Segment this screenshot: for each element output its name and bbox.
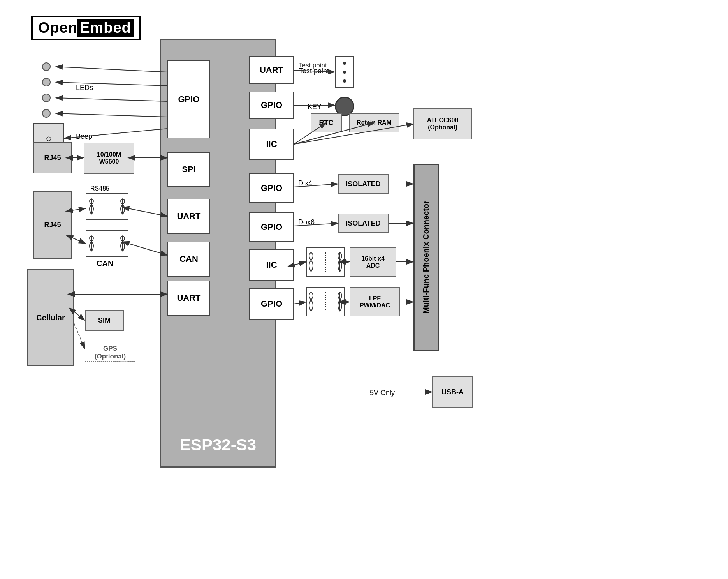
led-dot-4	[42, 109, 51, 118]
gpio-right1-block: GPIO	[249, 92, 294, 119]
sim-box: SIM	[85, 310, 124, 331]
uart-left-block: UART	[167, 199, 210, 234]
svg-line-22	[72, 208, 86, 210]
gps-optional-box: GPS(Optional)	[85, 344, 135, 362]
multiFunc-connector: Multi-Func Phoenix Connector	[413, 164, 439, 351]
rj45-top: RJ45	[33, 142, 72, 173]
led-dot-2	[42, 78, 51, 86]
rj45-bottom: RJ45	[33, 191, 72, 259]
lpf-box: LPFPWM/DAC	[350, 287, 400, 316]
test-point-box	[335, 56, 354, 88]
adc-box: 16bit x4ADC	[350, 247, 396, 277]
isolated2-box: ISOLATED	[338, 214, 389, 233]
svg-line-28	[74, 323, 85, 349]
svg-line-27	[74, 312, 85, 320]
can-block: CAN	[167, 242, 210, 277]
gpio-right3-block: GPIO	[249, 212, 294, 242]
gpio-right2-block: GPIO	[249, 173, 294, 203]
svg-line-17	[56, 98, 167, 101]
svg-line-15	[56, 67, 167, 72]
esp32-label: ESP32-S3	[180, 435, 256, 455]
rs485-label: RS485	[90, 185, 109, 192]
logo: OpenEmbed	[31, 16, 141, 40]
svg-line-18	[56, 113, 167, 117]
beep-label: Beep	[76, 132, 92, 141]
gpio-right4-block: GPIO	[249, 288, 294, 320]
transformer-rs485	[86, 193, 128, 220]
svg-line-24	[72, 238, 86, 244]
tp-dot-1	[343, 62, 346, 65]
w5500-box: 10/100MW5500	[84, 143, 134, 174]
gpio-left-block: GPIO	[167, 60, 210, 138]
iic-right1-block: IIC	[249, 129, 294, 160]
isolated1-box: ISOLATED	[338, 174, 389, 194]
svg-line-42	[294, 302, 306, 304]
test-point-label: Test point	[299, 67, 329, 75]
spi-block: SPI	[167, 152, 210, 187]
transformer-can	[86, 230, 128, 257]
retain-ram-box: Retain RAM	[349, 113, 399, 132]
dix4-label: Dix4	[298, 179, 312, 187]
logo-embed: Embed	[77, 19, 134, 37]
logo-open: Open	[38, 19, 77, 36]
adc-transformer	[306, 247, 345, 277]
can-bottom-label: CAN	[97, 259, 113, 268]
tp-dot-3	[343, 79, 346, 83]
key-label: KEY	[308, 103, 322, 111]
led-dot-3	[42, 94, 51, 102]
uart-bottom-block: UART	[167, 281, 210, 316]
leds-label: LEDs	[76, 84, 93, 92]
dox6-label: Dox6	[298, 218, 315, 226]
diagram-container: OpenEmbed ESP32-S3 GPIO SPI UART CAN UAR…	[0, 0, 728, 579]
5v-label: 5V Only	[370, 389, 395, 397]
svg-line-39	[294, 262, 306, 265]
led-dot-1	[42, 62, 51, 71]
tp-dot-2	[343, 71, 346, 74]
uart-right-block: UART	[249, 56, 294, 84]
atecc608-box: ATECC608(Optional)	[413, 108, 472, 139]
rtc-box: RTC	[311, 113, 342, 132]
usb-a-box: USB-A	[432, 376, 473, 408]
lpf-transformer	[306, 287, 345, 316]
cellular-block: Cellular	[27, 269, 74, 366]
iic-right2-block: IIC	[249, 249, 294, 281]
svg-line-16	[56, 82, 167, 86]
